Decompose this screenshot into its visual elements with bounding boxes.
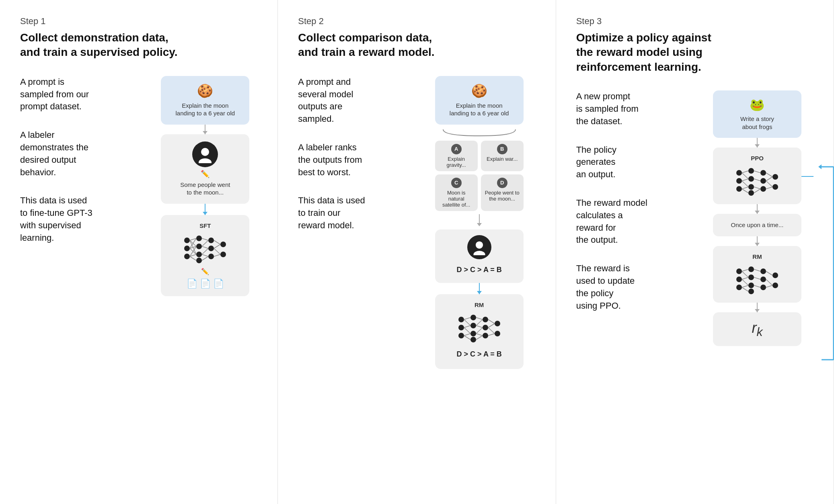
option-b: B Explain war... <box>481 141 524 171</box>
arrow3-blue <box>479 283 480 294</box>
svg-point-10 <box>208 246 214 251</box>
svg-line-88 <box>766 177 772 181</box>
step2-title: Collect comparison data,and train a rewa… <box>298 31 539 60</box>
svg-line-29 <box>214 240 220 244</box>
svg-line-111 <box>754 285 760 287</box>
svg-point-91 <box>736 268 742 274</box>
arrow2-blue <box>205 204 205 215</box>
step2-desc1: A prompt and several model outputs are s… <box>298 76 407 125</box>
svg-point-76 <box>772 184 778 190</box>
option-c: C Moon is natural satellite of... <box>435 174 478 211</box>
svg-point-36 <box>473 251 485 255</box>
step1-labeler-card: ✏️ Some people went to the moon... <box>161 134 249 204</box>
step2-desc2: A labeler ranks the outputs from best to… <box>298 141 407 178</box>
step2-label: Step 2 <box>298 16 539 27</box>
reward-value: rk <box>752 320 762 339</box>
option-b-label: B <box>497 144 507 154</box>
svg-marker-118 <box>818 164 822 169</box>
option-a: A Explain gravity... <box>435 141 478 171</box>
svg-point-5 <box>196 236 202 241</box>
svg-line-113 <box>766 279 772 285</box>
svg-line-32 <box>214 254 220 256</box>
svg-point-9 <box>208 238 214 243</box>
svg-point-99 <box>760 277 766 282</box>
svg-point-75 <box>772 174 778 180</box>
svg-point-47 <box>495 321 500 326</box>
step1-prompt-card: 🍪 Explain the moon landing to a 6 year o… <box>161 76 249 125</box>
svg-line-104 <box>742 271 748 277</box>
step3-label: Step 3 <box>576 16 818 27</box>
option-d-text: People went to the moon... <box>485 190 520 202</box>
svg-point-71 <box>748 190 754 196</box>
svg-line-61 <box>488 320 495 324</box>
step2-column: Step 2 Collect comparison data,and train… <box>278 0 556 504</box>
svg-line-89 <box>766 181 772 187</box>
svg-point-96 <box>748 283 754 288</box>
step1-column: Step 1 Collect demonstration data,and tr… <box>0 0 278 504</box>
svg-point-6 <box>196 244 202 249</box>
step1-sft-card: SFT <box>161 215 249 296</box>
svg-line-85 <box>754 187 760 189</box>
svg-point-37 <box>458 317 464 322</box>
step3-prompt-label: Write a story about frogs <box>740 115 774 131</box>
svg-line-106 <box>742 279 748 285</box>
step2-desc3: This data is used to train our reward mo… <box>298 195 407 232</box>
svg-line-54 <box>464 336 470 340</box>
svg-line-26 <box>202 248 208 254</box>
svg-point-39 <box>458 333 464 338</box>
svg-point-12 <box>220 242 226 247</box>
svg-line-82 <box>742 189 748 193</box>
options-grid: A Explain gravity... B Explain war... C … <box>435 141 524 211</box>
step2-prompt-label: Explain the moon landing to a 6 year old <box>450 102 509 117</box>
ranking-top: D > C > A = B <box>457 262 502 277</box>
svg-point-7 <box>196 252 202 257</box>
svg-line-22 <box>190 256 196 260</box>
avatar <box>192 141 218 167</box>
step2-text-side: A prompt and several model outputs are s… <box>298 76 407 488</box>
svg-line-58 <box>476 328 483 334</box>
svg-line-77 <box>742 171 748 173</box>
step1-diagram: 🍪 Explain the moon landing to a 6 year o… <box>149 76 261 488</box>
file-icon3: 📄 <box>213 279 224 289</box>
svg-point-45 <box>483 325 488 330</box>
rm2-neural-net <box>733 263 781 295</box>
svg-line-56 <box>476 320 483 326</box>
svg-line-57 <box>476 326 483 328</box>
svg-line-60 <box>476 336 483 340</box>
svg-point-97 <box>748 289 754 294</box>
svg-point-70 <box>748 184 754 190</box>
step3-output-card: Once upon a time... <box>713 214 801 236</box>
svg-line-64 <box>488 334 495 336</box>
option-a-text: Explain gravity... <box>439 156 474 168</box>
svg-point-72 <box>760 170 766 176</box>
option-d-label: D <box>497 178 507 188</box>
step1-desc1: A prompt is sampled from our prompt data… <box>20 76 137 113</box>
svg-line-103 <box>742 269 748 271</box>
step1-label: Step 1 <box>20 16 261 27</box>
svg-point-92 <box>736 277 742 282</box>
svg-line-114 <box>766 285 772 287</box>
rm-label: RM <box>475 301 484 308</box>
svg-line-49 <box>464 318 470 320</box>
edit-icon2: ✏️ <box>201 268 209 275</box>
svg-point-0 <box>201 148 209 156</box>
svg-line-105 <box>742 277 748 279</box>
brace-area <box>435 126 524 139</box>
svg-point-73 <box>760 178 766 184</box>
step2-prompt-card: 🍪 Explain the moon landing to a 6 year o… <box>435 76 524 125</box>
svg-point-65 <box>736 170 742 176</box>
loop-arrow-anchor-top <box>801 176 813 177</box>
rm-neural-net <box>455 311 503 344</box>
brace-to-labeler-arrow <box>435 214 524 226</box>
svg-point-101 <box>772 272 778 278</box>
svg-point-41 <box>470 323 476 328</box>
svg-line-30 <box>214 244 220 248</box>
step1-labeler-label: Some people went to the moon... <box>180 181 230 197</box>
svg-line-24 <box>202 240 208 246</box>
option-c-text: Moon is natural satellite of... <box>439 190 474 208</box>
svg-point-35 <box>476 241 483 248</box>
edit-icon: ✏️ <box>201 170 210 178</box>
svg-line-107 <box>742 285 748 287</box>
svg-point-100 <box>760 285 766 290</box>
step3-desc3: The reward model calculates a reward for… <box>576 197 685 246</box>
